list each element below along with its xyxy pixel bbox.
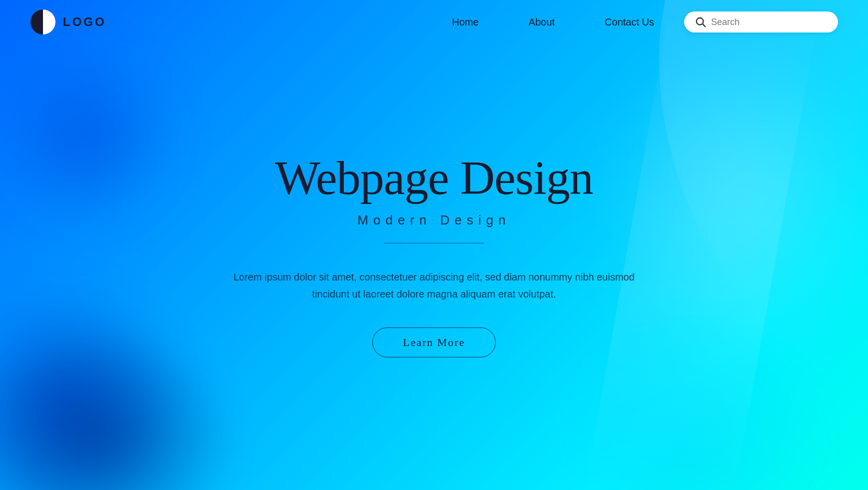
- hero-divider: [384, 243, 484, 244]
- page-background: LOGO Home About Contact Us Webpage Desig…: [0, 0, 868, 490]
- svg-line-2: [703, 24, 705, 26]
- search-icon: [695, 16, 706, 28]
- nav-link-about[interactable]: About: [529, 16, 555, 28]
- decorative-blob-top-left: [0, 50, 175, 225]
- learn-more-button[interactable]: Learn More: [372, 328, 495, 358]
- logo-icon: [30, 9, 56, 35]
- logo-text: LOGO: [63, 15, 106, 29]
- hero-description: Lorem ipsum dolor sit amet, consectetuer…: [209, 268, 659, 302]
- hero-title: Webpage Design: [209, 153, 659, 204]
- search-input[interactable]: [711, 17, 827, 28]
- nav-links: Home About Contact Us: [452, 16, 654, 28]
- navbar: LOGO Home About Contact Us: [0, 0, 868, 44]
- logo-area: LOGO: [30, 9, 106, 35]
- nav-link-home[interactable]: Home: [452, 16, 478, 28]
- nav-link-contact[interactable]: Contact Us: [605, 16, 654, 28]
- hero-subtitle: Modern Design: [209, 212, 659, 228]
- hero-content: Webpage Design Modern Design Lorem ipsum…: [209, 153, 659, 358]
- search-box: [684, 12, 838, 32]
